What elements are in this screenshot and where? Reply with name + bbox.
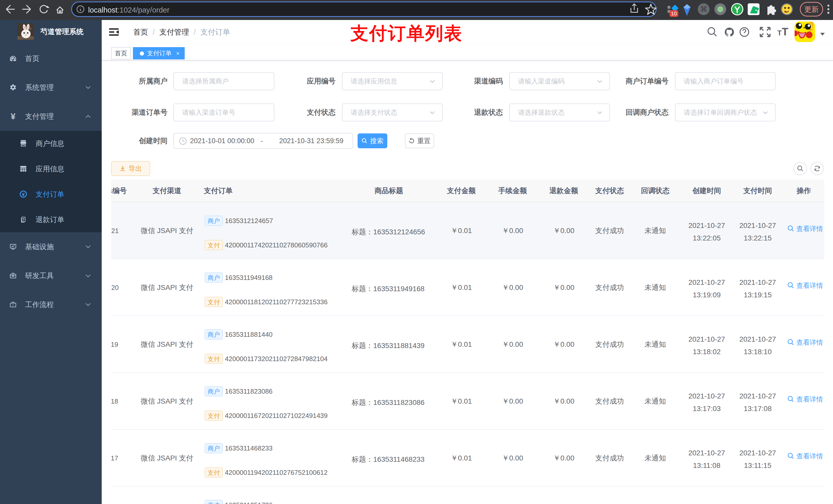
svg-text:10: 10 (671, 10, 677, 16)
svg-text:T: T (782, 26, 788, 38)
svg-text:⌘: ⌘ (700, 5, 708, 13)
svg-text:¥: ¥ (11, 113, 16, 120)
svg-text:¥: ¥ (22, 192, 25, 197)
svg-text:T: T (778, 29, 782, 37)
svg-text:更新: 更新 (804, 5, 819, 13)
